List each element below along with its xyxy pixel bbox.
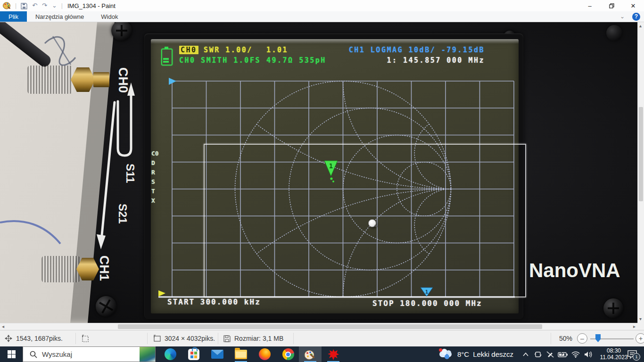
selection-size-icon [81,335,89,342]
wifi-icon [571,351,580,358]
s11-arrow [118,94,131,156]
stop-frequency: STOP 180.000 000 MHz [372,299,482,308]
taskbar-irfanview-button[interactable] [322,346,344,362]
scrollbar-corner [637,323,644,330]
case-print: CH0 S11 S21 CH1 [0,22,151,323]
search-icon [30,351,37,358]
swr-value: 1.01 [266,46,288,54]
label-s21: S21 [116,204,129,224]
canvas-area: CH0 S11 S21 CH1 NanoVNA [0,22,644,330]
redo-button[interactable]: ↷ [40,0,50,11]
file-explorer-icon [235,350,247,359]
taskbar-firefox-button[interactable] [254,346,275,362]
notification-center-button[interactable]: 1 [623,346,642,362]
status-bar: 1543, 1687piks. 3024 × 4032piks. Rozmiar… [0,330,644,346]
zoom-slider-thumb[interactable] [595,334,601,342]
ch0-channel-chip: CH0 [179,46,198,54]
undo-button[interactable]: ↶ [30,0,40,11]
horizontal-scrollbar[interactable]: ◂ ▸ [0,323,637,330]
notification-badge: 1 [633,353,640,361]
tab-home[interactable]: Narzędzia główne [27,11,92,22]
device-logo: NanoVNA [529,259,636,282]
separator: | [15,2,17,9]
window-title: IMG_1304 - Paint [67,2,116,9]
scroll-left-icon[interactable]: ◂ [2,323,4,330]
paint-icon [304,349,316,360]
scroll-right-icon[interactable]: ▸ [633,323,636,330]
title-bar: | ↶ ↷ ⌄ | IMG_1304 - Paint – ✕ [0,0,644,11]
screen-reflection [204,144,526,297]
screw-top-right [606,25,622,41]
marker-frequency: 1: 145.857 000 MHz [387,56,485,65]
label-ch0: CH0 [116,67,130,93]
ch0-swr-readout: CH0 SWR 1.00/ [179,46,253,54]
start-button[interactable] [0,346,23,362]
taskbar-edge-button[interactable] [159,346,181,362]
start-frequency: START 300.000 kHz [167,297,261,306]
image-size: 3024 × 4032piks. [165,335,215,342]
ch0-ref-marker [158,290,165,296]
taskbar-store-button[interactable] [183,346,205,362]
close-button[interactable]: ✕ [622,0,644,11]
restore-button[interactable] [601,0,622,11]
taskbar-paint-button-active[interactable] [299,346,322,362]
zoom-out-button[interactable]: – [577,333,587,344]
taskbar-chrome-button[interactable] [277,346,299,362]
search-highlight-image[interactable] [140,347,155,362]
help-icon[interactable]: ? [632,13,640,21]
battery-icon-tray [558,351,568,358]
edge-icon [165,348,176,360]
search-input[interactable]: Wyszukaj [23,346,156,362]
pen-slash-icon [546,351,554,358]
taskbar: Wyszukaj [0,346,644,362]
image-size-icon [153,335,161,342]
ch1-ref-marker [169,78,176,85]
zoom-in-button[interactable]: + [636,333,644,344]
save-button[interactable] [18,0,30,11]
smith-value: 49.7Ω 535pH [266,56,326,65]
photo-canvas[interactable]: CH0 S11 S21 CH1 NanoVNA [0,22,637,323]
zoom-level: 50% [559,335,572,342]
hidden-icons-button[interactable] [520,346,532,362]
weather-alert-dot [439,348,442,352]
rotation-lock-icon [534,351,542,358]
ch0-smith-readout: CH0 SMITH 1.0FS [179,56,261,65]
collapse-ribbon-icon[interactable]: ⌄ [617,13,627,20]
scroll-up-icon[interactable]: ▴ [639,23,642,29]
quick-access-dropdown[interactable]: ⌄ [50,0,59,11]
battery-icon [161,49,173,66]
minimize-button[interactable]: – [579,0,601,11]
scroll-down-icon[interactable]: ▾ [639,316,642,322]
chrome-icon [282,348,294,360]
mail-icon [211,350,223,359]
weather-desc: Lekki deszcz [473,350,513,358]
vertical-scroll-thumb[interactable] [639,107,643,201]
weather-icon [438,349,454,360]
horizontal-scroll-thumb[interactable] [118,324,542,329]
taskbar-mail-button[interactable] [206,346,228,362]
vertical-scrollbar[interactable]: ▴ ▾ [637,22,644,323]
paint-app-icon [3,2,11,9]
s21-arrow [102,102,115,235]
calibration-status: C0 D R S T X [151,149,159,206]
cursor-position-icon [5,335,12,342]
notification-icon: 1 [627,350,638,359]
pen-disabled-button[interactable] [544,346,556,362]
store-icon [188,349,199,360]
tab-view[interactable]: Widok [92,11,126,22]
firefox-icon [259,348,271,360]
battery-button[interactable] [556,346,570,362]
tab-file[interactable]: Plik [0,11,27,22]
weather-temp: 8°C [457,350,469,358]
wifi-button[interactable] [570,346,582,362]
mouse-cursor [368,219,376,227]
taskbar-explorer-button[interactable] [230,346,252,362]
red-app-icon [327,348,339,361]
separator: | [61,2,63,9]
search-placeholder: Wyszukaj [42,350,72,358]
ch1-logmag-readout: CH1 LOGMAG 10dB/ -79.15dB [349,46,485,54]
rotation-lock-button[interactable] [532,346,544,362]
screw-bottom-right [603,298,623,318]
weather-widget[interactable]: 8°C Lekki deszcz [438,346,521,362]
cursor-position: 1543, 1687piks. [16,335,63,342]
